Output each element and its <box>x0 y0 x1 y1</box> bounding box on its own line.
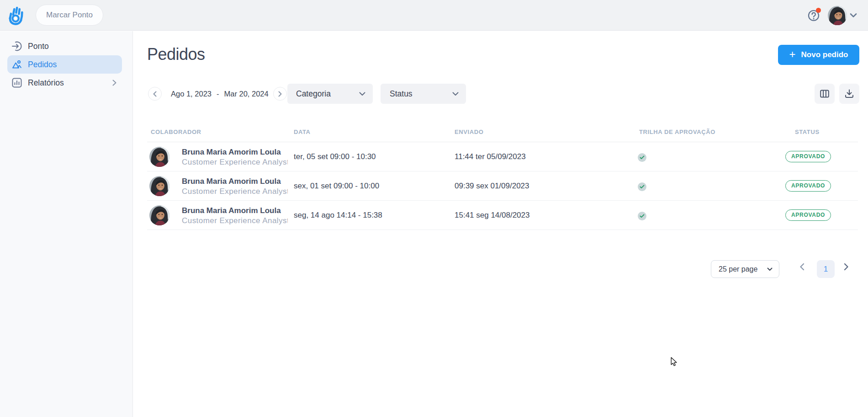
pagination-prev-button[interactable] <box>799 263 804 271</box>
sidebar-item-pedidos[interactable]: Pedidos <box>7 55 122 74</box>
status-badge: APROVADO <box>785 180 831 192</box>
row-avatar <box>149 176 169 196</box>
colaborador-cell: Bruna Maria Amorim Loula Customer Experi… <box>149 201 288 230</box>
colaborador-name: Bruna Maria Amorim Loula <box>182 176 288 187</box>
app-logo-hand-icon[interactable] <box>8 5 25 25</box>
submenu-chevron-right-icon <box>112 80 116 86</box>
help-button[interactable] <box>808 10 820 21</box>
chevron-down-icon <box>359 92 365 96</box>
colaborador-role: Customer Experience Analyst <box>182 157 288 167</box>
colaborador-text: Bruna Maria Amorim Loula Customer Experi… <box>182 147 288 167</box>
page-title: Pedidos <box>147 45 205 64</box>
pagination-next-button[interactable] <box>844 263 849 271</box>
colaborador-text: Bruna Maria Amorim Loula Customer Experi… <box>182 205 288 226</box>
table-row[interactable]: Bruna Maria Amorim Loula Customer Experi… <box>147 201 858 230</box>
sidebar-item-label: Pedidos <box>28 60 57 70</box>
categoria-label: Categoria <box>296 89 331 99</box>
per-page-select[interactable]: 25 per page <box>711 260 779 278</box>
columns-settings-button[interactable] <box>815 84 835 104</box>
status-label: Status <box>390 89 413 99</box>
chevron-down-icon <box>767 267 773 271</box>
sidebar-item-relatorios[interactable]: Relatórios <box>7 74 122 92</box>
colaborador-cell: Bruna Maria Amorim Loula Customer Experi… <box>149 142 288 171</box>
table-row[interactable]: Bruna Maria Amorim Loula Customer Experi… <box>147 171 858 201</box>
colaborador-cell: Bruna Maria Amorim Loula Customer Experi… <box>149 171 288 201</box>
mountain-photo-icon <box>12 59 22 70</box>
column-header-enviado: ENVIADO <box>455 128 483 135</box>
status-cell: APROVADO <box>785 151 831 162</box>
column-header-colaborador: COLABORADOR <box>151 128 201 135</box>
enviado-cell: 15:41 seg 14/08/2023 <box>455 201 529 230</box>
approved-check-icon[interactable] <box>638 182 646 191</box>
date-start: Ago 1, 2023 <box>171 90 212 98</box>
enviado-cell: 11:44 ter 05/09/2023 <box>455 142 526 171</box>
table-rows: Bruna Maria Amorim Loula Customer Experi… <box>147 142 858 230</box>
data-cell: ter, 05 set 09:00 - 10:30 <box>294 142 376 171</box>
colaborador-role: Customer Experience Analyst <box>182 187 288 197</box>
column-header-status: STATUS <box>795 128 820 135</box>
pagination: 25 per page 1 <box>133 260 868 278</box>
sidebar-item-ponto[interactable]: Ponto <box>7 37 122 55</box>
download-icon <box>844 88 855 99</box>
topbar: Marcar Ponto <box>0 0 868 31</box>
status-badge: APROVADO <box>785 209 831 221</box>
filter-bar: Ago 1, 2023 - Mar 20, 2024 Categoria Sta… <box>133 84 868 104</box>
sidebar-item-label: Relatórios <box>28 78 64 88</box>
login-circle-icon <box>12 41 22 51</box>
sidebar: Ponto Pedidos Relatórios <box>0 31 133 417</box>
user-menu-chevron-down-icon[interactable] <box>850 13 857 18</box>
columns-icon <box>819 88 830 99</box>
chevron-down-icon <box>452 92 459 96</box>
column-header-trilha: TRILHA DE APROVAÇÃO <box>639 128 715 135</box>
date-end: Mar 20, 2024 <box>224 90 269 98</box>
trilha-cell <box>638 153 646 162</box>
approved-check-icon[interactable] <box>638 212 646 220</box>
notification-dot <box>816 8 821 13</box>
pagination-page-1[interactable]: 1 <box>817 260 835 278</box>
colaborador-text: Bruna Maria Amorim Loula Customer Experi… <box>182 176 288 197</box>
date-next-button[interactable] <box>273 87 287 101</box>
categoria-dropdown[interactable]: Categoria <box>287 84 373 104</box>
date-prev-button[interactable] <box>148 87 162 101</box>
column-header-data: DATA <box>294 128 311 135</box>
status-cell: APROVADO <box>785 209 831 221</box>
status-cell: APROVADO <box>785 180 831 192</box>
table-header: COLABORADOR DATA ENVIADO TRILHA DE APROV… <box>147 124 858 142</box>
date-separator: - <box>217 90 219 98</box>
main-content: Pedidos + Novo pedido Ago 1, 2023 - Mar … <box>133 31 868 417</box>
marcar-ponto-button[interactable]: Marcar Ponto <box>36 5 103 26</box>
per-page-label: 25 per page <box>719 265 757 273</box>
colaborador-name: Bruna Maria Amorim Loula <box>182 205 288 216</box>
bar-chart-icon <box>12 78 22 88</box>
novo-pedido-button[interactable]: + Novo pedido <box>778 45 859 65</box>
sidebar-nav: Ponto Pedidos Relatórios <box>0 31 132 92</box>
trilha-cell <box>638 182 646 191</box>
data-cell: sex, 01 set 09:00 - 10:00 <box>294 171 379 201</box>
trilha-cell <box>638 212 646 220</box>
row-avatar <box>149 147 169 167</box>
data-cell: seg, 14 ago 14:14 - 15:38 <box>294 201 382 230</box>
status-dropdown[interactable]: Status <box>381 84 466 104</box>
enviado-cell: 09:39 sex 01/09/2023 <box>455 171 529 201</box>
colaborador-name: Bruna Maria Amorim Loula <box>182 147 288 157</box>
plus-icon: + <box>789 49 796 60</box>
colaborador-role: Customer Experience Analyst <box>182 216 288 226</box>
download-button[interactable] <box>839 84 859 104</box>
row-avatar <box>149 205 169 225</box>
status-badge: APROVADO <box>785 151 831 162</box>
approved-check-icon[interactable] <box>638 153 646 162</box>
user-avatar[interactable] <box>828 6 847 25</box>
sidebar-item-label: Ponto <box>28 42 49 51</box>
table-row[interactable]: Bruna Maria Amorim Loula Customer Experi… <box>147 142 858 171</box>
requests-table: COLABORADOR DATA ENVIADO TRILHA DE APROV… <box>147 124 858 230</box>
date-range[interactable]: Ago 1, 2023 - Mar 20, 2024 <box>171 84 269 104</box>
